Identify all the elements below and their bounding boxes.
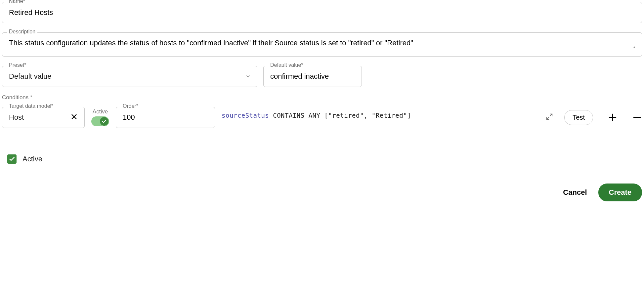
condition-active-toggle[interactable] xyxy=(91,116,109,126)
expression-args-token: ["retired", "Retired"] xyxy=(324,112,411,119)
name-input[interactable] xyxy=(9,8,635,17)
default-value-input[interactable] xyxy=(270,72,355,81)
create-button[interactable]: Create xyxy=(598,184,642,201)
preset-value: Default value xyxy=(9,72,51,81)
name-field-wrapper: Name* xyxy=(2,2,642,23)
description-field-wrapper: Description xyxy=(2,32,642,57)
order-field-wrapper: Order* xyxy=(116,107,215,128)
preset-select[interactable]: Preset* Default value xyxy=(2,66,257,87)
target-data-model-field[interactable]: Target data model* Host xyxy=(2,107,85,128)
default-value-field-wrapper: Default value* xyxy=(263,66,362,87)
expression-op-token: CONTAINS ANY xyxy=(273,112,320,119)
description-label: Description xyxy=(7,29,37,35)
test-button[interactable]: Test xyxy=(564,110,593,125)
condition-active-label: Active xyxy=(93,108,108,115)
svg-line-3 xyxy=(547,117,549,119)
chevron-down-icon xyxy=(246,73,250,80)
conditions-section-label: Conditions * xyxy=(2,94,642,101)
active-checkbox-label: Active xyxy=(22,155,42,163)
condition-expression[interactable]: sourceStatus CONTAINS ANY ["retired", "R… xyxy=(222,110,535,125)
order-input[interactable] xyxy=(123,113,208,122)
close-icon[interactable] xyxy=(70,113,78,122)
target-value: Host xyxy=(9,113,24,122)
remove-condition-button[interactable] xyxy=(632,112,642,122)
preset-label: Preset* xyxy=(7,62,28,68)
expand-icon[interactable] xyxy=(546,113,553,122)
name-label: Name* xyxy=(7,0,27,4)
target-label: Target data model* xyxy=(7,103,55,109)
check-icon xyxy=(100,117,108,126)
description-input[interactable] xyxy=(9,39,635,49)
default-value-label: Default value* xyxy=(268,62,305,68)
add-condition-button[interactable] xyxy=(608,112,618,122)
svg-line-2 xyxy=(550,114,552,116)
order-label: Order* xyxy=(121,103,140,109)
cancel-button[interactable]: Cancel xyxy=(561,188,589,197)
active-checkbox[interactable] xyxy=(7,154,17,164)
expression-field-token: sourceStatus xyxy=(222,112,269,119)
